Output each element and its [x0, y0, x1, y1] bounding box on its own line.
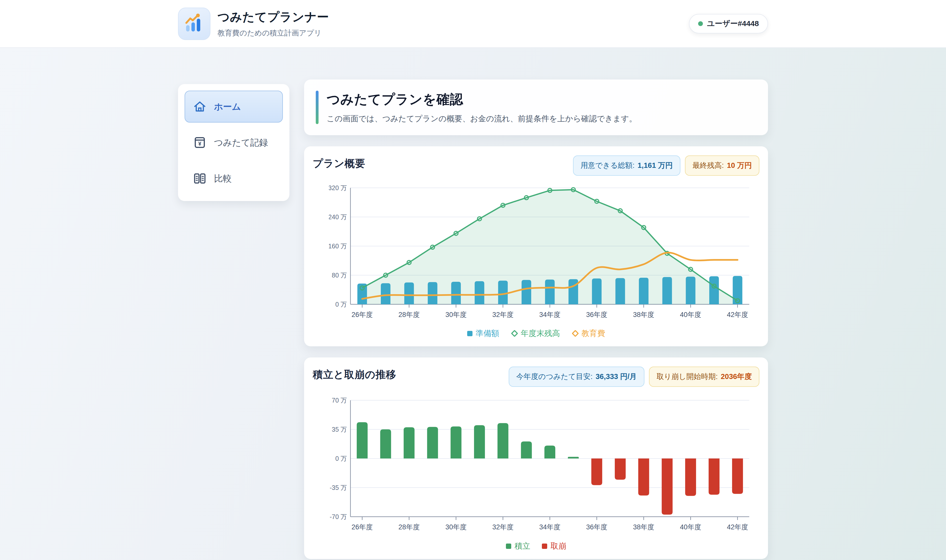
bar: [639, 278, 649, 304]
badge-label: 今年度のつみたて目安:: [516, 372, 592, 382]
svg-text:0 万: 0 万: [335, 301, 347, 308]
svg-text:32年度: 32年度: [492, 523, 514, 531]
app-subtitle: 教育費のための積立計画アプリ: [217, 28, 329, 38]
svg-text:¥: ¥: [198, 140, 201, 147]
saving-bar: [545, 446, 555, 458]
svg-text:35 万: 35 万: [332, 426, 347, 433]
sidebar-item-records[interactable]: ¥つみたて記録: [185, 126, 283, 158]
svg-text:34年度: 34年度: [539, 523, 560, 531]
svg-text:-35 万: -35 万: [330, 484, 347, 491]
svg-text:320 万: 320 万: [329, 184, 347, 191]
saving-bar: [568, 457, 579, 458]
saving-bar: [404, 427, 414, 458]
ledger-icon: ¥: [193, 135, 207, 149]
sidebar-item-home[interactable]: ホーム: [185, 91, 283, 123]
flow-bars: [357, 422, 743, 515]
sidebar-item-label: つみたて記録: [214, 137, 268, 149]
legend-item[interactable]: 教育費: [572, 328, 605, 339]
bar: [498, 281, 508, 304]
svg-text:38年度: 38年度: [633, 311, 654, 318]
legend-label: 準備額: [476, 328, 499, 339]
saving-bar: [474, 425, 485, 458]
flow-chart: 70 万35 万0 万-35 万-70 万26年度28年度30年度32年度34年…: [329, 394, 757, 537]
app-logo-icon: [178, 8, 211, 40]
bar: [615, 278, 625, 305]
bar: [662, 277, 672, 304]
svg-text:34年度: 34年度: [539, 311, 560, 318]
legend-swatch-icon: [542, 543, 547, 549]
withdrawal-bar: [638, 458, 649, 495]
svg-text:28年度: 28年度: [398, 523, 420, 531]
withdrawal-bar: [661, 458, 672, 515]
svg-text:26年度: 26年度: [351, 311, 373, 318]
bar: [545, 280, 555, 304]
sidebar-item-label: 比較: [214, 173, 232, 185]
page-title: つみたてプランを確認: [327, 91, 637, 108]
legend-marker-icon: [572, 330, 578, 337]
compare-icon: [193, 171, 207, 186]
svg-text:0 万: 0 万: [335, 455, 347, 462]
legend-item[interactable]: 積立: [506, 541, 530, 551]
saving-bar: [427, 427, 438, 458]
legend-label: 教育費: [581, 328, 605, 339]
bar: [475, 281, 485, 304]
svg-text:36年度: 36年度: [586, 311, 608, 318]
brand-text: つみたてプランナー 教育費のための積立計画アプリ: [217, 9, 329, 38]
sidebar-item-compare[interactable]: 比較: [185, 163, 283, 194]
legend-label: 年度末残高: [521, 328, 560, 339]
withdrawal-bar: [732, 458, 743, 494]
app-root: つみたてプランナー 教育費のための積立計画アプリ ユーザー#4448 ホーム¥つ…: [0, 0, 946, 560]
svg-text:40年度: 40年度: [680, 523, 701, 531]
saving-bar: [521, 442, 532, 458]
badge-value: 2036年度: [721, 372, 752, 382]
bar: [568, 279, 578, 304]
flow-badges: 今年度のつみたて目安:36,333 円/月取り崩し開始時期:2036年度: [509, 366, 759, 387]
saving-bar: [357, 422, 368, 458]
svg-text:28年度: 28年度: [398, 311, 420, 318]
withdrawal-bar: [685, 458, 696, 496]
bar: [381, 283, 391, 304]
flow-title: 積立と取崩の推移: [313, 368, 396, 382]
badge-label: 用意できる総額:: [581, 160, 635, 171]
withdrawal-bar: [615, 458, 626, 480]
app-title: つみたてプランナー: [217, 9, 329, 25]
plan-overview-chart: 0 万80 万160 万240 万320 万26年度28年度30年度32年度34…: [329, 182, 757, 325]
legend-marker-icon: [511, 330, 518, 337]
svg-text:32年度: 32年度: [492, 311, 514, 318]
withdrawal-start-badge: 取り崩し開始時期:2036年度: [649, 366, 759, 387]
sidebar-nav: ホーム¥つみたて記録比較: [178, 84, 289, 201]
svg-text:38年度: 38年度: [633, 523, 654, 531]
bar: [428, 282, 437, 304]
svg-text:30年度: 30年度: [445, 523, 467, 531]
bar: [686, 277, 695, 304]
svg-text:240 万: 240 万: [329, 214, 347, 220]
accent-bar: [316, 91, 318, 124]
badge-value: 10 万円: [727, 160, 752, 171]
final-balance-badge: 最終残高:10 万円: [685, 155, 759, 176]
svg-text:36年度: 36年度: [586, 523, 608, 531]
home-icon: [193, 100, 207, 114]
svg-text:70 万: 70 万: [332, 397, 347, 404]
svg-text:30年度: 30年度: [445, 311, 467, 318]
legend-label: 取崩: [551, 541, 566, 551]
bar: [521, 280, 531, 304]
main-content: つみたてプランを確認 この画面では、つみたてプランの概要、お金の流れ、前提条件を…: [304, 80, 768, 560]
bar: [405, 283, 414, 304]
legend-item[interactable]: 年度末残高: [511, 328, 560, 339]
plan-overview-title: プラン概要: [313, 157, 365, 171]
page-description: この画面では、つみたてプランの概要、お金の流れ、前提条件を上から確認できます。: [327, 114, 637, 124]
online-status-icon: [698, 21, 703, 26]
badge-label: 取り崩し開始時期:: [657, 372, 718, 382]
svg-text:160 万: 160 万: [329, 243, 347, 249]
saving-bar: [498, 423, 508, 458]
bar: [592, 278, 601, 304]
flow-card: 積立と取崩の推移 今年度のつみたて目安:36,333 円/月取り崩し開始時期:2…: [304, 357, 768, 559]
brand[interactable]: つみたてプランナー 教育費のための積立計画アプリ: [178, 8, 329, 40]
legend-swatch-icon: [467, 331, 472, 336]
plan-overview-card: プラン概要 用意できる総額:1,161 万円最終残高:10 万円 0 万80 万…: [304, 146, 768, 346]
user-label: ユーザー#4448: [707, 18, 759, 29]
legend-item[interactable]: 取崩: [542, 541, 566, 551]
legend-item[interactable]: 準備額: [467, 328, 499, 339]
svg-text:80 万: 80 万: [332, 272, 347, 279]
user-badge[interactable]: ユーザー#4448: [689, 14, 768, 34]
